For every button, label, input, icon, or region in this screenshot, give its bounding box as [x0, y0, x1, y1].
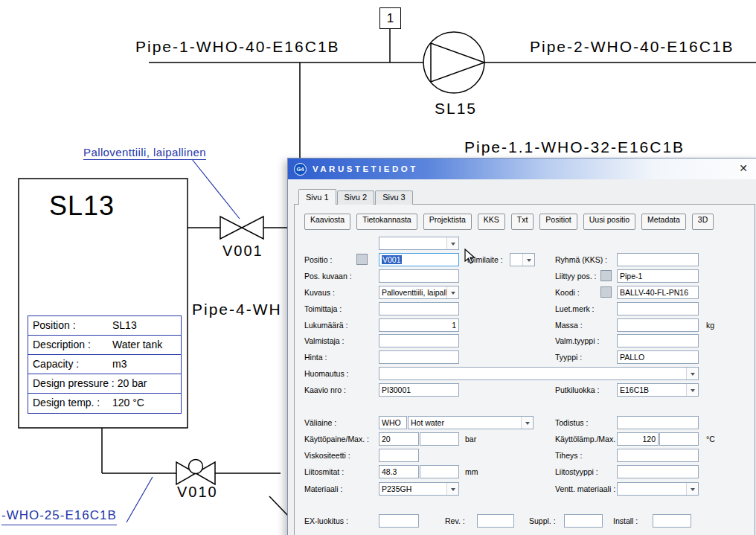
positio-label: Positio : — [304, 253, 332, 266]
positiot-button[interactable]: Positiot — [539, 214, 577, 230]
valiaine-code-field[interactable]: WHO — [379, 416, 407, 429]
chevron-down-icon[interactable] — [686, 384, 698, 396]
koodi-field[interactable]: BALLV-40-FL-PN16 — [617, 286, 699, 299]
row-label: Description : — [33, 336, 109, 354]
hinta-label: Hinta : — [304, 350, 327, 364]
lukumaara-label: Lukumäärä : — [304, 318, 347, 332]
kaaviosta-button[interactable]: Kaaviosta — [304, 214, 350, 230]
toimilaite-combo[interactable] — [510, 253, 535, 266]
pipe1-label[interactable]: Pipe-1-WHO-40-E16C1B — [135, 38, 340, 56]
kaavio-nro-field[interactable]: PI30001 — [379, 383, 459, 397]
chevron-down-icon[interactable] — [686, 368, 698, 379]
close-icon[interactable]: ✕ — [739, 162, 748, 174]
todistus-field[interactable] — [617, 416, 699, 429]
rev-field[interactable] — [477, 514, 514, 528]
dialog-titlebar[interactable]: G4 VARUSTETIEDOT ✕ — [288, 158, 756, 179]
chevron-down-icon[interactable] — [446, 237, 458, 249]
kuvaus-combo[interactable]: Palloventtiili, laipallinen — [379, 286, 459, 299]
liittyy-pos-picker-button[interactable] — [600, 270, 612, 281]
txt-button[interactable]: Txt — [511, 214, 534, 230]
viskositeetti-label: Viskositeetti : — [304, 449, 350, 462]
tietokannasta-button[interactable]: Tietokannasta — [356, 214, 417, 230]
chevron-down-icon[interactable] — [522, 254, 534, 266]
pipe4-label[interactable]: Pipe-4-WH — [192, 301, 282, 318]
pipe11-label[interactable]: Pipe-1.1-WHO-32-E16C1B — [464, 138, 685, 156]
koodi-label: Koodi : — [555, 286, 580, 299]
top-combo[interactable] — [379, 237, 459, 250]
tank-label[interactable]: SL13 — [49, 190, 115, 222]
dialog-toolbar: Kaaviosta Tietokannasta Projektista KKS … — [304, 214, 714, 230]
kayttopaine-field[interactable]: 20 — [379, 432, 419, 446]
toimittaja-field[interactable] — [379, 302, 459, 315]
huomautus-combo[interactable] — [379, 367, 699, 380]
kks-button[interactable]: KKS — [478, 214, 505, 230]
row-label: Capacity : — [33, 355, 109, 374]
massa-unit: kg — [706, 318, 714, 332]
varustetiedot-dialog: G4 VARUSTETIEDOT ✕ Sivu 1 Sivu 2 Sivu 3 … — [287, 158, 756, 535]
chevron-down-icon[interactable] — [521, 417, 533, 429]
kayttolamp-max-field[interactable] — [659, 432, 699, 446]
hinta-field[interactable] — [379, 350, 459, 364]
liittyy-pos-field[interactable]: Pipe-1 — [617, 269, 699, 283]
valm-tyyppi-field[interactable] — [617, 334, 699, 347]
putkiluokka-combo[interactable]: E16C1B — [617, 383, 699, 397]
massa-label: Massa : — [555, 318, 583, 332]
chevron-down-icon[interactable] — [446, 483, 458, 495]
tiheys-label: Tiheys : — [555, 449, 582, 462]
valiaine-combo[interactable]: Hot water — [408, 416, 534, 429]
valm-tyyppi-label: Valm.tyyppi : — [555, 334, 599, 347]
kayttolamp-unit: °C — [706, 432, 715, 446]
row-label: Design temp. : — [33, 394, 109, 413]
projektista-button[interactable]: Projektista — [423, 214, 472, 230]
liitostyyppi-field[interactable] — [617, 465, 699, 478]
table-row: Capacity :m3 — [28, 355, 181, 374]
valve-v010-symbol — [176, 462, 196, 484]
valve2-label[interactable]: V010 — [177, 484, 218, 501]
tiheys-field[interactable] — [617, 449, 699, 462]
materiaali-combo[interactable]: P235GH — [379, 482, 459, 496]
pipe2-label[interactable]: Pipe-2-WHO-40-E16C1B — [530, 38, 734, 56]
valve-note-label[interactable]: Palloventtiili, laipallinen — [83, 146, 206, 160]
dialog-title: VARUSTETIEDOT — [313, 164, 418, 173]
ventt-materiaali-label: Ventt. materiaali : — [555, 482, 615, 496]
kayttolamp-field[interactable]: 120 — [617, 432, 659, 446]
pipe25-label[interactable]: -WHO-25-E16C1B — [1, 508, 117, 525]
liitosmitat-unit: mm — [465, 465, 478, 478]
pos-kuvaan-field[interactable] — [379, 269, 459, 283]
row-value: Water tank — [112, 336, 162, 354]
row-value: 120 °C — [112, 394, 144, 413]
koodi-picker-button[interactable] — [600, 286, 612, 298]
ryhma-kks-field[interactable] — [617, 253, 699, 266]
liittyy-pos-label: Liittyy pos. : — [555, 269, 596, 283]
tab-sivu2[interactable]: Sivu 2 — [337, 190, 375, 205]
lukumaara-field[interactable]: 1 — [379, 318, 459, 332]
install-field[interactable] — [653, 514, 691, 528]
luet-merk-field[interactable] — [617, 302, 699, 315]
3d-button[interactable]: 3D — [692, 214, 714, 230]
valmistaja-label: Valmistaja : — [304, 334, 345, 347]
pump-label[interactable]: SL15 — [435, 100, 477, 118]
suppl-label: Suppl. : — [529, 514, 556, 528]
tab-sivu1[interactable]: Sivu 1 — [298, 189, 336, 205]
liitosmitat-max-field[interactable] — [420, 465, 459, 478]
positio-picker-button[interactable] — [356, 254, 368, 265]
tab-sivu3[interactable]: Sivu 3 — [375, 190, 413, 205]
massa-field[interactable] — [617, 318, 699, 332]
liitosmitat-field[interactable]: 48.3 — [379, 465, 419, 478]
positio-field[interactable]: V001 — [379, 253, 459, 266]
ventt-materiaali-combo[interactable] — [617, 482, 699, 496]
uusi-positio-button[interactable]: Uusi positio — [583, 214, 635, 230]
suppl-field[interactable] — [564, 514, 603, 528]
chevron-down-icon[interactable] — [446, 286, 458, 298]
valmistaja-field[interactable] — [379, 334, 459, 347]
kayttopaine-max-field[interactable] — [420, 432, 459, 446]
table-row: Description :Water tank — [28, 336, 181, 355]
viskositeetti-field[interactable] — [379, 449, 419, 462]
junction-box[interactable]: 1 — [379, 7, 401, 29]
tyyppi-field[interactable]: PALLO — [617, 350, 699, 364]
kayttolamp-label: Käyttölämp./Max. : — [555, 432, 620, 446]
chevron-down-icon[interactable] — [686, 483, 698, 495]
valve1-label[interactable]: V001 — [222, 243, 263, 260]
metadata-button[interactable]: Metadata — [641, 214, 686, 230]
ex-luokitus-field[interactable] — [379, 514, 419, 528]
